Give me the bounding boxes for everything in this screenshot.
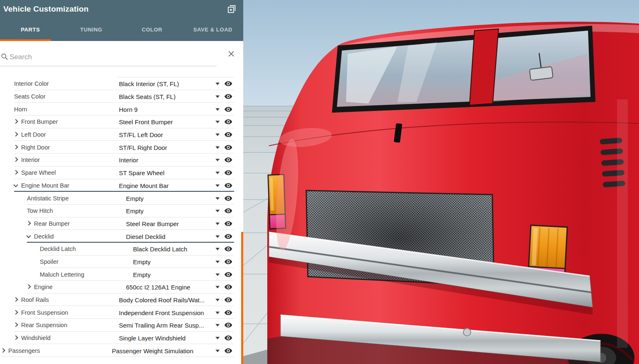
eye-icon[interactable]: [224, 258, 232, 266]
parts-row[interactable]: Front Suspension Independent Front Suspe…: [0, 306, 243, 319]
eye-icon[interactable]: [224, 270, 232, 279]
dropdown-arrow-icon[interactable]: [215, 311, 220, 314]
part-value-dropdown[interactable]: Steel Rear Bumper: [126, 220, 179, 227]
eye-icon[interactable]: [224, 283, 232, 291]
parts-row[interactable]: Windshield Single Layer Windshield: [0, 332, 243, 345]
eye-icon[interactable]: [224, 92, 232, 101]
eye-icon[interactable]: [224, 296, 232, 304]
search-input[interactable]: [10, 51, 204, 63]
parts-row[interactable]: Interior Interior: [0, 154, 243, 166]
chevron-right-icon[interactable]: [13, 132, 18, 137]
parts-row[interactable]: Rear Suspension Semi Trailing Arm Rear S…: [0, 319, 243, 332]
parts-row[interactable]: Tow Hitch Empty: [0, 205, 243, 217]
chevron-right-icon[interactable]: [13, 170, 18, 175]
part-value-dropdown[interactable]: 650cc I2 126A1 Engine: [126, 284, 190, 291]
tab-save-load[interactable]: SAVE & LOAD: [182, 18, 243, 41]
eye-icon[interactable]: [224, 105, 232, 113]
dropdown-arrow-icon[interactable]: [215, 210, 220, 212]
eye-icon[interactable]: [224, 194, 232, 202]
dropdown-arrow-icon[interactable]: [215, 108, 220, 111]
parts-row[interactable]: Decklid Latch Black Decklid Latch: [0, 243, 243, 256]
parts-row[interactable]: Roof Rails Body Colored Roof Rails/Wat..…: [0, 294, 243, 306]
eye-icon[interactable]: [224, 232, 232, 241]
parts-row[interactable]: Horn Horn 9: [0, 103, 243, 116]
eye-icon[interactable]: [224, 245, 232, 253]
dropdown-arrow-icon[interactable]: [215, 299, 220, 301]
eye-icon[interactable]: [224, 334, 232, 342]
part-value-dropdown[interactable]: ST/FL Right Door: [119, 144, 167, 151]
parts-row[interactable]: Interior Color Black Interior (ST, FL): [0, 77, 243, 90]
parts-row[interactable]: Front Bumper Steel Front Bumper: [0, 116, 243, 128]
tab-color[interactable]: COLOR: [122, 18, 183, 41]
eye-icon[interactable]: [224, 143, 232, 152]
part-value-dropdown[interactable]: Black Seats (ST, FL): [119, 93, 176, 100]
part-value-dropdown[interactable]: Black Interior (ST, FL): [119, 80, 179, 87]
chevron-right-icon[interactable]: [13, 335, 18, 340]
part-value-dropdown[interactable]: Empty: [126, 207, 144, 215]
dropdown-arrow-icon[interactable]: [215, 248, 220, 251]
eye-icon[interactable]: [224, 118, 232, 126]
part-value-dropdown[interactable]: Steel Front Bumper: [119, 118, 173, 125]
dropdown-arrow-icon[interactable]: [215, 337, 220, 340]
eye-icon[interactable]: [224, 309, 232, 317]
dropdown-arrow-icon[interactable]: [215, 273, 220, 276]
chevron-right-icon[interactable]: [26, 221, 31, 225]
eye-icon[interactable]: [224, 181, 232, 190]
chevron-right-icon[interactable]: [13, 297, 18, 302]
chevron-down-icon[interactable]: [13, 183, 18, 187]
dropdown-arrow-icon[interactable]: [215, 261, 220, 263]
parts-row[interactable]: Seats Color Black Seats (ST, FL): [0, 90, 243, 103]
dropdown-arrow-icon[interactable]: [215, 324, 220, 327]
scrollbar-thumb[interactable]: [241, 232, 243, 364]
parts-row[interactable]: Spoiler Empty: [0, 256, 243, 268]
dropdown-arrow-icon[interactable]: [215, 146, 220, 149]
chevron-right-icon[interactable]: [13, 157, 18, 162]
add-window-icon[interactable]: [227, 4, 237, 14]
parts-row[interactable]: Left Door ST/FL Left Door: [0, 128, 243, 141]
dropdown-arrow-icon[interactable]: [215, 184, 220, 187]
chevron-right-icon[interactable]: [13, 119, 18, 124]
eye-icon[interactable]: [224, 321, 232, 329]
dropdown-arrow-icon[interactable]: [215, 172, 220, 174]
dropdown-arrow-icon[interactable]: [215, 223, 220, 225]
dropdown-arrow-icon[interactable]: [215, 197, 220, 200]
chevron-right-icon[interactable]: [0, 348, 5, 352]
parts-row[interactable]: Right Door ST/FL Right Door: [0, 141, 243, 154]
part-value-dropdown[interactable]: Single Layer Windshield: [119, 335, 186, 342]
parts-row[interactable]: Decklid Diesel Decklid: [0, 230, 243, 243]
part-value-dropdown[interactable]: Engine Mount Bar: [119, 182, 169, 189]
dropdown-arrow-icon[interactable]: [215, 134, 220, 136]
parts-row[interactable]: Spare Wheel ST Spare Wheel: [0, 166, 243, 179]
clear-search-icon[interactable]: [228, 50, 235, 58]
part-value-dropdown[interactable]: Semi Trailing Arm Rear Susp...: [119, 322, 204, 329]
parts-row[interactable]: Rear Bumper Steel Rear Bumper: [0, 217, 243, 230]
dropdown-arrow-icon[interactable]: [215, 350, 220, 352]
parts-row[interactable]: Engine Mount Bar Engine Mount Bar: [0, 179, 243, 192]
part-value-dropdown[interactable]: Empty: [133, 258, 151, 265]
part-value-dropdown[interactable]: Empty: [126, 195, 144, 202]
eye-icon[interactable]: [224, 207, 232, 215]
parts-row[interactable]: Antistatic Stripe Empty: [0, 192, 243, 205]
chevron-right-icon[interactable]: [13, 323, 18, 327]
part-value-dropdown[interactable]: Passenger Weight Simulation: [112, 347, 194, 354]
dropdown-arrow-icon[interactable]: [215, 121, 220, 123]
chevron-right-icon[interactable]: [13, 310, 18, 314]
parts-row[interactable]: Passengers Passenger Weight Simulation: [0, 344, 243, 357]
part-value-dropdown[interactable]: ST Spare Wheel: [119, 169, 165, 176]
dropdown-arrow-icon[interactable]: [215, 83, 220, 85]
tab-tuning[interactable]: TUNING: [61, 18, 122, 41]
part-value-dropdown[interactable]: Black Decklid Latch: [133, 246, 187, 253]
dropdown-arrow-icon[interactable]: [215, 96, 220, 98]
part-value-dropdown[interactable]: Interior: [119, 157, 138, 164]
eye-icon[interactable]: [224, 156, 232, 164]
eye-icon[interactable]: [224, 169, 232, 177]
parts-row[interactable]: Maluch Lettering Empty: [0, 268, 243, 281]
part-value-dropdown[interactable]: ST/FL Left Door: [119, 131, 163, 138]
tab-parts[interactable]: PARTS: [0, 18, 61, 41]
eye-icon[interactable]: [224, 80, 232, 88]
eye-icon[interactable]: [224, 219, 232, 228]
part-value-dropdown[interactable]: Body Colored Roof Rails/Wat...: [119, 297, 205, 304]
clipped-row[interactable]: [0, 70, 243, 77]
dropdown-arrow-icon[interactable]: [215, 286, 220, 289]
part-value-dropdown[interactable]: Horn 9: [119, 106, 138, 113]
